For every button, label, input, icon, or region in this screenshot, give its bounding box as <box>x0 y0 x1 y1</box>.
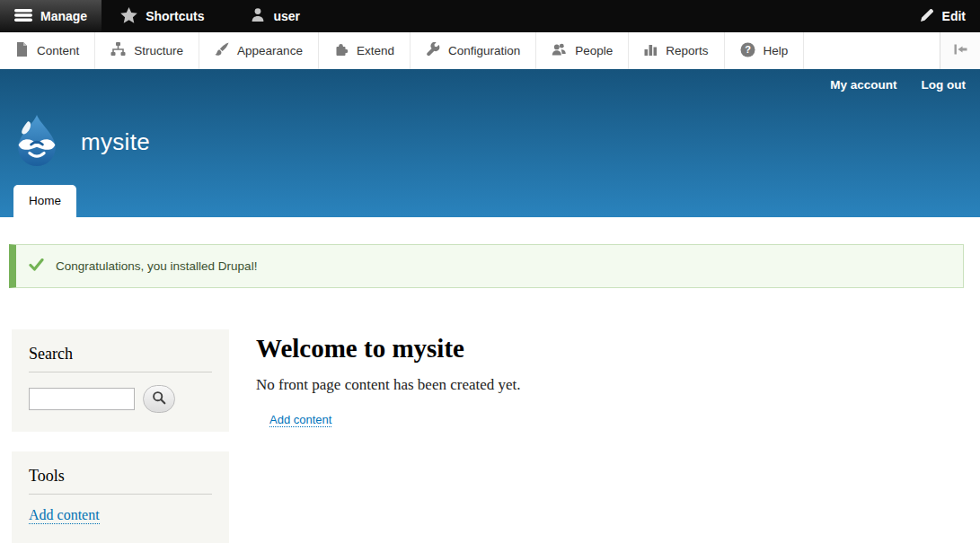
menu-item-label: Structure <box>134 44 183 57</box>
add-content-link[interactable]: Add content <box>269 413 331 427</box>
menu-item-people[interactable]: People <box>536 32 629 69</box>
puzzle-icon <box>334 42 349 59</box>
empty-frontpage-text: No front page content has been created y… <box>256 376 521 394</box>
menu-item-label: Help <box>764 44 789 57</box>
tools-block-title: Tools <box>29 467 212 495</box>
menu-icon <box>14 8 32 25</box>
menu-item-reports[interactable]: Reports <box>629 32 724 69</box>
toolbar-item-shortcuts[interactable]: Shortcuts <box>106 0 218 32</box>
site-branding[interactable]: mysite <box>11 114 150 170</box>
content-area: Search Tools Add content Welcome to mysi… <box>0 329 980 552</box>
search-form <box>29 385 212 413</box>
tools-add-content-link[interactable]: Add content <box>29 507 100 524</box>
toolbar-spacer <box>314 0 905 32</box>
user-icon <box>251 7 265 25</box>
star-icon <box>120 7 137 26</box>
site-header: My account Log out mysite Home <box>0 69 980 217</box>
svg-text:?: ? <box>745 44 751 55</box>
search-block: Search <box>12 329 229 432</box>
page-title: Welcome to mysite <box>256 334 521 364</box>
toolbar-item-user[interactable]: user <box>236 0 314 32</box>
menu-item-label: Reports <box>666 44 708 57</box>
edit-button[interactable]: Edit <box>905 0 980 32</box>
menu-item-label: Appearance <box>237 44 303 57</box>
menu-item-help[interactable]: ? Help <box>725 32 805 69</box>
search-button[interactable] <box>143 385 175 413</box>
menu-item-structure[interactable]: Structure <box>95 32 199 69</box>
tools-block: Tools Add content <box>12 451 229 543</box>
menu-item-extend[interactable]: Extend <box>319 32 411 69</box>
admin-toolbar: Manage Shortcuts user Edit <box>0 0 980 32</box>
menu-item-appearance[interactable]: Appearance <box>199 32 319 69</box>
toolbar-item-label: user <box>273 9 300 23</box>
account-links: My account Log out <box>830 78 966 92</box>
sidebar-first: Search Tools Add content <box>12 329 229 552</box>
site-name[interactable]: mysite <box>81 128 150 156</box>
menu-item-label: People <box>575 44 613 57</box>
toolbar-item-label: Shortcuts <box>146 9 204 23</box>
menu-item-content[interactable]: Content <box>0 32 95 69</box>
checkmark-icon <box>29 258 44 274</box>
pencil-icon <box>920 8 934 25</box>
my-account-link[interactable]: My account <box>830 78 896 92</box>
bar-chart-icon <box>644 42 658 59</box>
primary-tabs: Home <box>13 185 76 217</box>
edit-button-label: Edit <box>942 9 966 23</box>
question-icon: ? <box>740 42 755 60</box>
search-input[interactable] <box>29 388 135 410</box>
log-out-link[interactable]: Log out <box>922 78 966 92</box>
toolbar-orientation-toggle-icon <box>953 42 968 60</box>
search-icon <box>152 390 166 407</box>
toolbar-orientation-toggle[interactable] <box>940 32 980 69</box>
tab-home[interactable]: Home <box>13 185 76 217</box>
toolbar-item-manage[interactable]: Manage <box>0 0 102 32</box>
drupal-logo <box>11 114 63 170</box>
wrench-icon <box>426 42 440 59</box>
people-icon <box>552 42 567 59</box>
sitemap-icon <box>110 42 126 59</box>
search-block-title: Search <box>29 345 212 372</box>
menu-item-label: Configuration <box>448 44 520 57</box>
status-message: Congratulations, you installed Drupal! <box>9 244 964 288</box>
toolbar-item-label: Manage <box>40 9 87 23</box>
paintbrush-icon <box>215 42 229 59</box>
main-content: Welcome to mysite No front page content … <box>256 329 521 427</box>
menu-item-configuration[interactable]: Configuration <box>411 32 536 69</box>
menu-item-label: Content <box>37 44 79 57</box>
document-icon <box>15 42 29 59</box>
admin-menu-tray: Content Structure Appearance Extend Conf… <box>0 32 980 69</box>
status-message-text: Congratulations, you installed Drupal! <box>56 259 257 273</box>
menu-tray-spacer <box>804 32 940 69</box>
menu-item-label: Extend <box>357 44 394 57</box>
